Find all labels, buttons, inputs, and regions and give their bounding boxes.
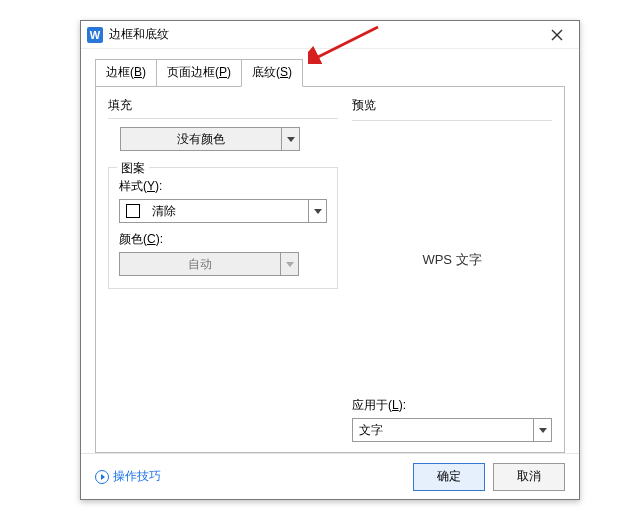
fill-color-combo[interactable]: 没有颜色	[120, 127, 300, 151]
label-text: 应用于(	[352, 398, 392, 412]
chevron-down-icon	[533, 419, 551, 441]
dialog-footer: 操作技巧 确定 取消	[81, 453, 579, 499]
tab-label: )	[227, 65, 231, 79]
style-combo[interactable]: 清除	[119, 199, 327, 223]
apply-to-value: 文字	[353, 422, 533, 439]
chevron-down-icon	[308, 200, 326, 222]
preview-section-label: 预览	[352, 97, 552, 114]
style-value: 清除	[146, 203, 308, 220]
close-icon	[551, 29, 563, 41]
play-circle-icon	[95, 470, 109, 484]
separator	[108, 118, 338, 119]
apply-to-combo[interactable]: 文字	[352, 418, 552, 442]
label-accel: L	[392, 398, 399, 412]
tab-panel-shading: 填充 没有颜色 图案 样式(Y):	[95, 86, 565, 453]
fill-color-value: 没有颜色	[121, 131, 281, 148]
tab-borders[interactable]: 边框(B)	[95, 59, 157, 87]
pattern-group: 图案 样式(Y): 清除 颜色(C):	[108, 167, 338, 289]
pattern-color-value: 自动	[120, 256, 280, 273]
cancel-button[interactable]: 取消	[493, 463, 565, 491]
tab-label: 边框(	[106, 65, 134, 79]
style-label: 样式(Y):	[119, 178, 327, 195]
close-button[interactable]	[541, 25, 573, 45]
left-column: 填充 没有颜色 图案 样式(Y):	[108, 97, 338, 442]
tab-strip: 边框(B) 页面边框(P) 底纹(S)	[95, 59, 565, 87]
wps-app-icon: W	[87, 27, 103, 43]
chevron-down-icon	[280, 253, 298, 275]
label-text: ):	[155, 179, 162, 193]
dialog-body: 边框(B) 页面边框(P) 底纹(S) 填充 没有颜色	[81, 49, 579, 453]
tab-accel: S	[280, 65, 288, 79]
label-accel: Y	[147, 179, 155, 193]
tab-label: 页面边框(	[167, 65, 219, 79]
ok-button[interactable]: 确定	[413, 463, 485, 491]
right-column: 预览 WPS 文字 应用于(L): 文字	[352, 97, 552, 442]
preview-text: WPS 文字	[422, 251, 481, 269]
tips-link[interactable]: 操作技巧	[95, 468, 161, 485]
separator	[352, 120, 552, 121]
chevron-down-icon	[281, 128, 299, 150]
label-text: ):	[399, 398, 406, 412]
tab-label: )	[288, 65, 292, 79]
tab-accel: P	[219, 65, 227, 79]
label-text: 颜色(	[119, 232, 147, 246]
tab-label: )	[142, 65, 146, 79]
tab-accel: B	[134, 65, 142, 79]
pattern-group-label: 图案	[117, 160, 149, 177]
label-text: ):	[156, 232, 163, 246]
tab-page-borders[interactable]: 页面边框(P)	[156, 59, 242, 87]
pattern-color-combo[interactable]: 自动	[119, 252, 299, 276]
tips-label: 操作技巧	[113, 468, 161, 485]
tab-label: 底纹(	[252, 65, 280, 79]
borders-shading-dialog: W 边框和底纹 边框(B) 页面边框(P) 底纹(S) 填充 没有	[80, 20, 580, 500]
apply-to-label: 应用于(L):	[352, 397, 552, 414]
label-accel: C	[147, 232, 156, 246]
preview-area: WPS 文字	[352, 129, 552, 391]
fill-section-label: 填充	[108, 97, 338, 114]
tab-shading[interactable]: 底纹(S)	[241, 59, 303, 87]
style-swatch-icon	[126, 204, 140, 218]
titlebar: W 边框和底纹	[81, 21, 579, 49]
color-label: 颜色(C):	[119, 231, 327, 248]
label-text: 样式(	[119, 179, 147, 193]
dialog-title: 边框和底纹	[109, 26, 541, 43]
